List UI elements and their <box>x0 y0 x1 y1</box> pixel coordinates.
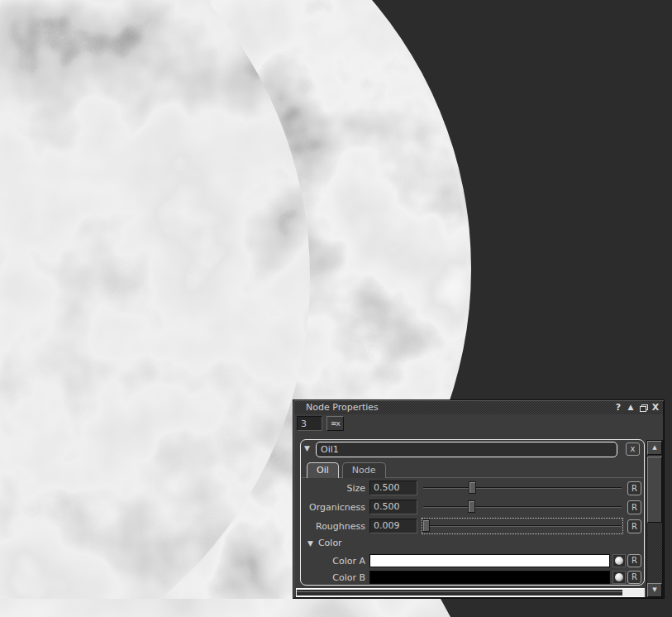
vertical-scrollbar[interactable]: ▲ ▼ <box>646 440 663 598</box>
color-ball-icon <box>615 573 623 581</box>
node-remove-button[interactable]: x <box>626 442 640 456</box>
param-row-roughness: Roughness 0.009 R <box>304 518 641 534</box>
ops-count-input[interactable]: 3 <box>297 416 322 431</box>
color-ball-icon <box>615 557 623 565</box>
roughness-value-input[interactable]: 0.009 <box>369 519 417 533</box>
param-row-color-a: Color A R <box>304 553 641 568</box>
organicness-slider[interactable] <box>422 499 623 515</box>
slider-handle[interactable] <box>422 519 430 532</box>
slider-track <box>423 506 622 508</box>
collapse-icon[interactable]: ▲ <box>625 402 636 414</box>
titlebar-buttons: ? ▲ X <box>612 402 661 414</box>
help-icon[interactable]: ? <box>612 402 624 414</box>
node-parameter-group: ▼ Oil1 x Oil Node Size 0.500 R Organicne… <box>300 439 645 586</box>
roughness-slider[interactable] <box>422 518 623 534</box>
param-row-organicness: Organicness 0.500 R <box>304 499 641 515</box>
parameter-tabs: Oil Node <box>307 462 386 478</box>
size-reset-button[interactable]: R <box>627 481 641 495</box>
scroll-down-icon[interactable]: ▼ <box>647 583 662 597</box>
param-label: Size <box>304 483 369 494</box>
color-collapse-icon[interactable]: ▼ <box>307 539 313 548</box>
param-label: Color A <box>304 556 369 567</box>
panel-titlebar[interactable]: Node Properties ? ▲ X <box>294 401 663 414</box>
slider-handle[interactable] <box>468 500 475 513</box>
roughness-reset-button[interactable]: R <box>627 519 641 533</box>
list-x-icon: ≡x <box>331 419 340 428</box>
panel-title: Node Properties <box>306 402 379 413</box>
color-b-picker-button[interactable] <box>612 571 626 584</box>
color-a-picker-button[interactable] <box>612 554 626 567</box>
param-label: Color B <box>304 572 369 583</box>
tab-oil[interactable]: Oil <box>307 462 339 478</box>
app-window: Node Properties ? ▲ X 3 ≡x ▼ Oil1 x Oil … <box>0 0 672 617</box>
color-b-reset-button[interactable]: R <box>627 571 641 584</box>
node-name-input[interactable]: Oil1 <box>316 442 617 457</box>
vertical-scrollbar-thumb[interactable] <box>647 457 662 523</box>
color-section-title: Color <box>318 538 342 548</box>
param-row-color-b: Color B R <box>304 570 641 585</box>
param-row-size: Size 0.500 R <box>304 480 641 496</box>
node-collapse-icon[interactable]: ▼ <box>304 444 310 452</box>
scroll-up-icon[interactable]: ▲ <box>647 441 662 455</box>
param-label: Organicness <box>304 502 369 513</box>
slider-track <box>423 487 622 489</box>
organicness-reset-button[interactable]: R <box>627 500 641 514</box>
size-slider[interactable] <box>422 480 623 496</box>
color-a-reset-button[interactable]: R <box>627 554 641 567</box>
slider-track <box>423 525 622 527</box>
horizontal-scrollbar[interactable] <box>296 588 645 597</box>
slider-handle[interactable] <box>469 481 476 494</box>
tab-node[interactable]: Node <box>342 462 386 478</box>
color-b-swatch[interactable] <box>369 571 610 584</box>
horizontal-scrollbar-thumb[interactable] <box>297 590 622 595</box>
node-properties-panel: Node Properties ? ▲ X 3 ≡x ▼ Oil1 x Oil … <box>293 399 665 599</box>
close-icon[interactable]: X <box>650 402 661 414</box>
color-section-header[interactable]: ▼Color <box>307 538 342 548</box>
param-label: Roughness <box>304 521 369 532</box>
restore-icon[interactable] <box>637 402 649 414</box>
size-value-input[interactable]: 0.500 <box>369 481 417 495</box>
organicness-value-input[interactable]: 0.500 <box>369 500 417 514</box>
filter-list-button[interactable]: ≡x <box>326 416 344 431</box>
color-a-swatch[interactable] <box>369 554 610 567</box>
